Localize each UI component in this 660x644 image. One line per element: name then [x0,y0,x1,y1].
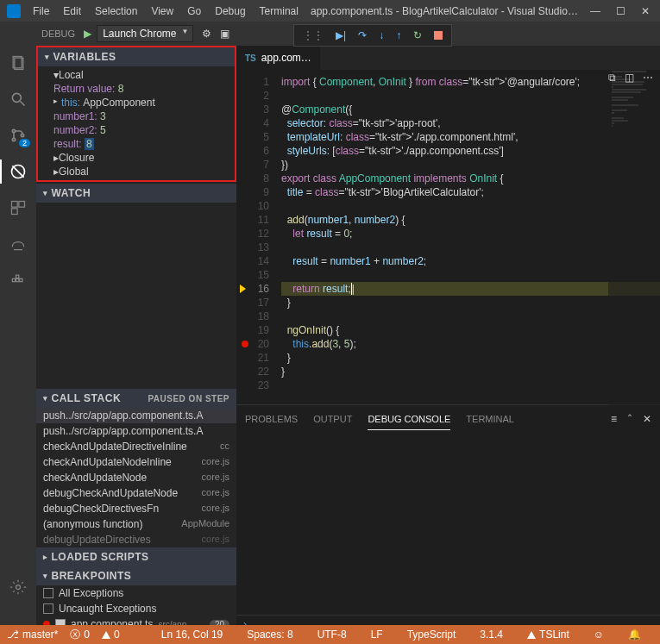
stack-frame[interactable]: debugCheckAndUpdateNodecore.js [36,485,236,501]
menu-selection[interactable]: Selection [90,2,142,21]
bp-all-exceptions[interactable]: All Exceptions [36,585,236,601]
indent-status[interactable]: Spaces: 8 [247,628,292,641]
more-actions-icon[interactable]: ⋯ [643,72,653,84]
split-editor-icon[interactable]: ◫ [625,72,634,84]
code-area[interactable]: import { Component, OnInit } from class=… [276,70,660,404]
cursor-position[interactable]: Ln 16, Col 19 [161,628,223,641]
step-over-button[interactable]: ↷ [358,29,367,41]
continue-button[interactable]: ▶| [336,29,346,41]
warnings-status[interactable]: 0 [102,628,120,641]
svg-point-16 [16,585,21,590]
restart-button[interactable]: ↻ [413,29,422,41]
debug-label: DEBUG [41,28,75,39]
menu-bar: File Edit Selection View Go Debug Termin… [28,2,304,21]
errors-status[interactable]: ⓧ 0 [70,628,90,642]
var-number2[interactable]: number2: 5 [38,123,235,137]
step-into-button[interactable]: ↓ [379,29,384,41]
loaded-scripts-header[interactable]: ▸LOADED SCRIPTS [36,547,236,566]
tab-app-component[interactable]: TSapp.com… [236,46,321,70]
svg-rect-12 [12,278,15,281]
debug-settings-icon[interactable]: ⚙ [202,28,211,40]
watch-empty [36,203,236,389]
drag-handle-icon[interactable]: ⋮⋮ [303,29,324,41]
tab-debug-console[interactable]: DEBUG CONSOLE [368,409,450,430]
variables-section-header[interactable]: ▾VARIABLES [38,47,235,66]
debug-icon[interactable] [8,161,28,182]
stack-frame[interactable]: push../src/app/app.component.ts.A [36,408,236,423]
line-gutter[interactable]: 1234567891011121314151617181920212223 [236,70,276,404]
svg-rect-15 [16,275,19,278]
var-return-value[interactable]: Return value: 8 [38,82,235,96]
var-result[interactable]: result: 8 [38,137,235,151]
debug-console-icon[interactable]: ▣ [220,28,229,40]
bell-icon[interactable]: 🔔 [628,628,641,641]
window-title: app.component.ts - BlogArtikelCalculator… [304,5,587,17]
branch-status[interactable]: ⎇ master* [7,628,58,641]
svg-point-5 [12,138,15,141]
encoding-status[interactable]: UTF-8 [317,628,347,641]
menu-edit[interactable]: Edit [58,2,86,21]
extensions-icon[interactable] [8,197,28,218]
variables-content: ▾Local Return value: 8 ▸this: AppCompone… [38,66,235,180]
panel-tabs: PROBLEMS OUTPUT DEBUG CONSOLE TERMINAL ≡… [236,405,660,433]
tab-terminal[interactable]: TERMINAL [466,409,514,429]
stack-frame[interactable]: debugUpdateDirectivescore.js [36,532,236,547]
breakpoints-header[interactable]: ▾BREAKPOINTS [36,566,236,585]
minimap[interactable] [608,70,660,404]
menu-view[interactable]: View [146,2,179,21]
var-number1[interactable]: number1: 3 [38,109,235,123]
collapse-panel-icon[interactable]: ˄ [627,413,632,425]
stack-frame[interactable]: (anonymous function)AppModule [36,516,236,532]
callstack-section-header[interactable]: ▾CALL STACKPAUSED ON STEP [36,389,236,408]
menu-file[interactable]: File [28,2,54,21]
minimize-button[interactable]: — [587,5,604,17]
scope-global[interactable]: ▸Global [38,165,235,178]
docker-icon[interactable] [8,270,28,291]
var-this[interactable]: ▸this: AppComponent [38,96,235,109]
stop-button[interactable] [434,31,443,40]
scope-local[interactable]: ▾Local [38,68,235,82]
tslint-status[interactable]: TSLint [527,628,569,641]
vscode-logo-icon [7,4,21,18]
scope-closure[interactable]: ▸Closure [38,151,235,165]
maximize-button[interactable]: ☐ [613,5,629,17]
close-panel-icon[interactable]: ✕ [643,413,651,425]
language-status[interactable]: TypeScript [407,628,456,641]
status-bar: ⎇ master* ⓧ 0 0 Ln 16, Col 19 Spaces: 8 … [0,625,660,644]
explorer-icon[interactable] [8,53,28,73]
watch-section-header[interactable]: ▾WATCH [36,184,236,203]
compare-icon[interactable]: ⧉ [608,72,616,84]
azure-icon[interactable] [8,234,28,254]
stack-frame[interactable]: push../src/app/app.component.ts.A [36,423,236,439]
start-debug-button[interactable]: ▶ [84,28,91,40]
clear-console-icon[interactable]: ≡ [611,413,617,425]
close-button[interactable]: ✕ [638,5,653,17]
feedback-icon[interactable]: ☺ [594,628,604,641]
stack-frame[interactable]: checkAndUpdateNodeInlinecore.js [36,454,236,470]
svg-line-8 [12,166,23,177]
debug-config-select[interactable]: Launch Chrome [97,25,192,42]
stack-frame[interactable]: checkAndUpdateNodecore.js [36,470,236,485]
stack-frame[interactable]: debugCheckDirectivesFncore.js [36,501,236,516]
svg-rect-14 [20,278,22,281]
stack-frame[interactable]: checkAndUpdateDirectiveInlinecc [36,439,236,454]
menu-terminal[interactable]: Terminal [255,2,304,21]
editor-group: TSapp.com… ⧉ ◫ ⋯ 12345678910111213141516… [236,46,660,632]
editor-body[interactable]: 1234567891011121314151617181920212223 im… [236,70,660,404]
step-out-button[interactable]: ↑ [396,29,401,41]
debug-actions-bar[interactable]: ⋮⋮ ▶| ↷ ↓ ↑ ↻ [293,24,452,47]
svg-rect-9 [12,202,18,208]
debug-sidebar: ▾VARIABLES ▾Local Return value: 8 ▸this:… [36,46,236,632]
eol-status[interactable]: LF [371,628,383,641]
typescript-file-icon: TS [245,53,256,63]
menu-debug[interactable]: Debug [210,2,250,21]
menu-go[interactable]: Go [182,2,206,21]
debug-console-body[interactable] [236,433,660,615]
search-icon[interactable] [8,89,28,109]
source-control-icon[interactable]: 2 [8,125,28,146]
tab-output[interactable]: OUTPUT [313,409,352,429]
settings-icon[interactable] [8,577,28,597]
bp-uncaught-exceptions[interactable]: Uncaught Exceptions [36,601,236,616]
ts-version[interactable]: 3.1.4 [480,628,503,641]
tab-problems[interactable]: PROBLEMS [245,409,298,429]
